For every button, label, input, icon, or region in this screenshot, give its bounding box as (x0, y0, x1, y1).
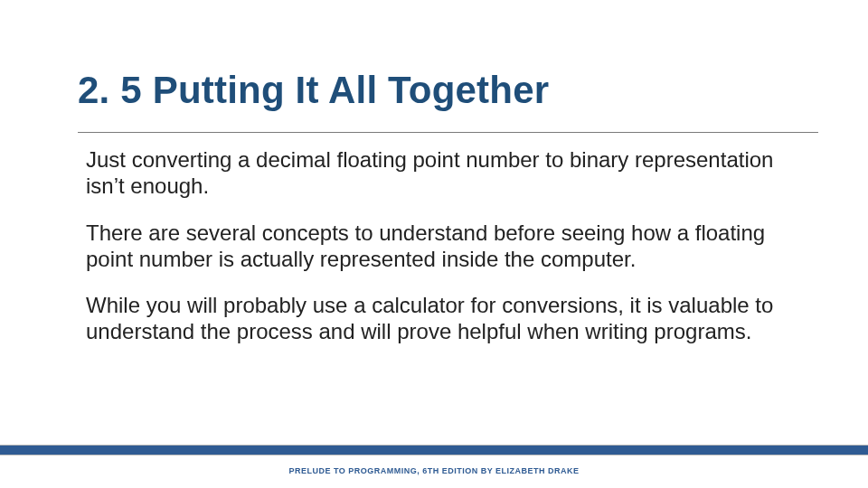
body-paragraph: There are several concepts to understand… (86, 220, 796, 273)
footer-text: PRELUDE TO PROGRAMMING, 6TH EDITION BY E… (0, 466, 868, 475)
footer-bar (0, 445, 868, 455)
slide-body: Just converting a decimal floating point… (86, 146, 796, 365)
title-underline (78, 132, 818, 133)
slide-title: 2. 5 Putting It All Together (78, 70, 814, 110)
body-paragraph: While you will probably use a calculator… (86, 292, 796, 345)
slide: 2. 5 Putting It All Together Just conver… (0, 0, 868, 488)
body-paragraph: Just converting a decimal floating point… (86, 146, 796, 200)
